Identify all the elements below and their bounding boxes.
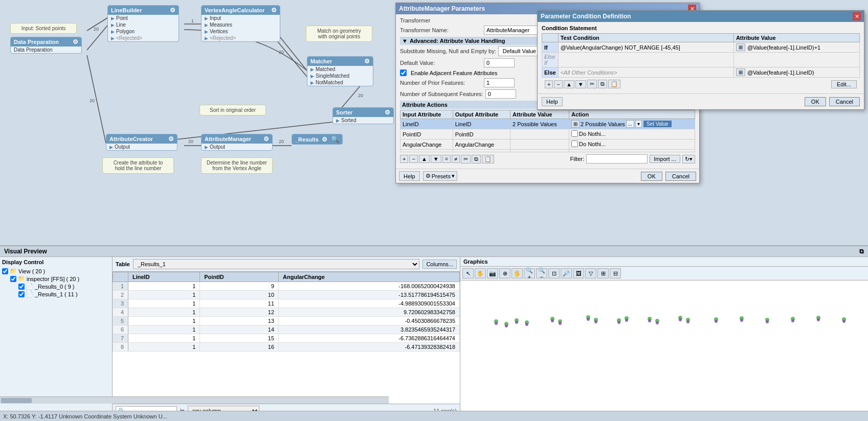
table-row[interactable]: 6 1 14 3.8235465935244317 xyxy=(113,325,460,334)
results-header[interactable]: _Results ⚙ 🔍 xyxy=(292,134,342,144)
filter-input[interactable] xyxy=(586,154,648,163)
columns-button[interactable]: Columns... xyxy=(422,260,457,269)
refresh-btn[interactable]: ↻▾ xyxy=(682,155,695,163)
linebuilder-gear-icon[interactable]: ⚙ xyxy=(170,7,175,14)
angularchange-col[interactable]: AngularChange xyxy=(279,272,460,282)
attr-action-cell[interactable] xyxy=(569,150,695,152)
attr-table-row[interactable]: AngularChange AngularChange Do Nothi... xyxy=(400,139,695,150)
g-screenshot-btn[interactable]: 🖼 xyxy=(573,268,584,278)
g-zoom-btn2[interactable]: 🔎 xyxy=(561,268,572,278)
g-pan-btn[interactable]: ✋ xyxy=(475,268,486,278)
attr-table-row[interactable]: PointID PointID Do Nothi... xyxy=(400,129,695,139)
matcher-gear-icon[interactable]: ⚙ xyxy=(364,58,370,65)
inspector-checkbox[interactable] xyxy=(10,276,16,282)
attr-eq-btn[interactable]: = xyxy=(442,155,451,163)
attr-value-cell[interactable] xyxy=(510,129,569,139)
g-table-btn[interactable]: ⊟ xyxy=(610,268,621,278)
am-ok-btn[interactable]: OK xyxy=(641,172,662,181)
condition-else-row[interactable]: Else <All Other Conditions> ⊞ @Value(fea… xyxy=(542,67,860,78)
attr-value-cell[interactable]: 2 Possible Values xyxy=(510,119,569,129)
attr-table-row[interactable] xyxy=(400,150,695,152)
results1-checkbox[interactable] xyxy=(18,291,25,297)
g-zoomfit-btn[interactable]: ⊡ xyxy=(548,268,560,278)
data-preparation-node[interactable]: Data Preparation ⚙ Data Preparation xyxy=(10,37,82,54)
data-prep-header[interactable]: Data Preparation ⚙ xyxy=(11,37,81,46)
condition-if-row[interactable]: If @Value(AngularChange) NOT_RANGE [-45,… xyxy=(542,42,860,53)
pcd-remove-btn[interactable]: − xyxy=(554,80,562,88)
attr-up-btn[interactable]: ▲ xyxy=(419,155,430,163)
attr-value-dropdown-btn[interactable]: ▾ xyxy=(635,120,642,128)
pcd-up-btn[interactable]: ▲ xyxy=(564,80,574,88)
pcd-cut-btn[interactable]: ✂ xyxy=(587,80,597,88)
pcd-add-btn[interactable]: + xyxy=(545,80,553,88)
attributecreator-node[interactable]: AttributeCreator ⚙ ▶Output xyxy=(106,134,177,151)
hscroll-thumb[interactable] xyxy=(1,398,32,403)
table-row[interactable]: 2 1 10 -13.517786194515475 xyxy=(113,291,460,299)
attr-down-btn[interactable]: ▼ xyxy=(431,155,441,163)
table-row[interactable]: 7 1 15 -6.7362886316464474 xyxy=(113,334,460,343)
num-subsequent-input[interactable] xyxy=(485,89,516,99)
g-target-btn[interactable]: ⊕ xyxy=(499,268,510,278)
canvas-hscroll[interactable] xyxy=(0,396,389,404)
vertexangle-gear-icon[interactable]: ⚙ xyxy=(271,7,277,14)
attr-action-cell[interactable]: ⊞ 2 Possible Values ... ▾ Set Value xyxy=(569,119,695,129)
dialog-pcd[interactable]: Parameter Condition Definition ✕ Conditi… xyxy=(537,10,864,110)
am-presets-btn[interactable]: ⚙ Presets ▾ xyxy=(423,171,457,181)
results1-tree-item[interactable]: 📄 _Results_1 ( 11 ) xyxy=(2,290,110,298)
attr-neq-btn[interactable]: ≠ xyxy=(452,155,460,163)
pcd-help-btn[interactable]: Help xyxy=(542,97,563,106)
table-row[interactable]: 5 1 13 -0.45030866678235 xyxy=(113,317,460,325)
attr-cut-btn[interactable]: ✂ xyxy=(461,155,471,163)
num-prior-input[interactable] xyxy=(484,78,515,87)
g-grid-btn[interactable]: ⊞ xyxy=(597,268,609,278)
matcher-node[interactable]: Matcher ⚙ ▶Matched ▶SingleMatched ▶NotMa… xyxy=(307,56,373,86)
lineid-col[interactable]: LineID xyxy=(128,272,200,282)
g-zoomin-btn[interactable]: 🔍+ xyxy=(524,268,535,278)
results0-checkbox[interactable] xyxy=(18,284,25,290)
results-inspect-icon[interactable]: 🔍 xyxy=(331,135,339,143)
inspector-tree-item[interactable]: 📁 inspector [FFS] ( 20 ) xyxy=(2,275,110,283)
attr-add-btn[interactable]: + xyxy=(400,155,408,163)
enable-adjacent-checkbox[interactable] xyxy=(400,69,407,76)
attr-paste-btn[interactable]: 📋 xyxy=(482,155,494,163)
attr-remove-btn[interactable]: − xyxy=(409,155,417,163)
graphics-canvas[interactable] xyxy=(460,280,868,417)
results-gear-icon[interactable]: ⚙ xyxy=(322,136,327,143)
attr-value-cell[interactable] xyxy=(510,150,569,152)
g-camera-btn[interactable]: 📷 xyxy=(487,268,498,278)
condition-elseif-row[interactable]: Else If xyxy=(542,53,860,67)
table-body-scroll[interactable]: LineID PointID AngularChange 1 1 9 -168.… xyxy=(113,272,460,404)
view-tree-item[interactable]: 📁 View ( 20 ) xyxy=(2,267,110,275)
data-prep-gear-icon[interactable]: ⚙ xyxy=(73,38,78,45)
matcher-header[interactable]: Matcher ⚙ xyxy=(307,57,373,66)
g-select-btn[interactable]: ↖ xyxy=(462,268,474,278)
results-node[interactable]: _Results ⚙ 🔍 xyxy=(292,134,343,145)
g-zoomout-btn[interactable]: 🔍− xyxy=(536,268,547,278)
am-help-btn[interactable]: Help xyxy=(399,171,420,181)
attr-action-cell[interactable]: Do Nothi... xyxy=(569,129,695,139)
donothing-checkbox[interactable] xyxy=(571,130,578,137)
donothing-checkbox[interactable] xyxy=(571,141,578,147)
table-row[interactable]: 4 1 12 9.720602983342758 xyxy=(113,308,460,317)
attr-action-cell[interactable]: Do Nothi... xyxy=(569,139,695,150)
sorter-gear-icon[interactable]: ⚙ xyxy=(385,109,390,116)
g-hand-btn[interactable]: 🖐 xyxy=(511,268,523,278)
g-filter-btn[interactable]: ▽ xyxy=(585,268,596,278)
pcd-cancel-btn[interactable]: Cancel xyxy=(829,97,860,106)
vertexangle-header[interactable]: VertexAngleCalculator ⚙ xyxy=(202,6,280,15)
table-source-select[interactable]: _Results_1 xyxy=(133,259,420,269)
sorter-node[interactable]: Sorter ⚙ ▶Sorted xyxy=(332,107,394,124)
pcd-edit-btn[interactable]: Edit... xyxy=(831,80,857,88)
sorter-header[interactable]: Sorter ⚙ xyxy=(333,108,393,117)
attributemanager-gear-icon[interactable]: ⚙ xyxy=(263,135,269,143)
default-value-input[interactable] xyxy=(484,58,515,67)
attributecreator-header[interactable]: AttributeCreator ⚙ xyxy=(106,134,177,144)
attr-table-row[interactable]: LineID LineID 2 Possible Values ⊞ 2 Poss… xyxy=(400,119,695,129)
pcd-copy-btn[interactable]: ⧉ xyxy=(598,80,607,88)
linebuilder-header[interactable]: LineBuilder ⚙ xyxy=(108,6,179,15)
dialog-pcd-close-button[interactable]: ✕ xyxy=(853,12,861,20)
maximize-icon[interactable]: ⧉ xyxy=(859,248,864,255)
pcd-down-btn[interactable]: ▼ xyxy=(575,80,586,88)
attributemanager-header[interactable]: AttributeManager ⚙ xyxy=(202,134,272,144)
am-cancel-btn[interactable]: Cancel xyxy=(665,172,696,181)
